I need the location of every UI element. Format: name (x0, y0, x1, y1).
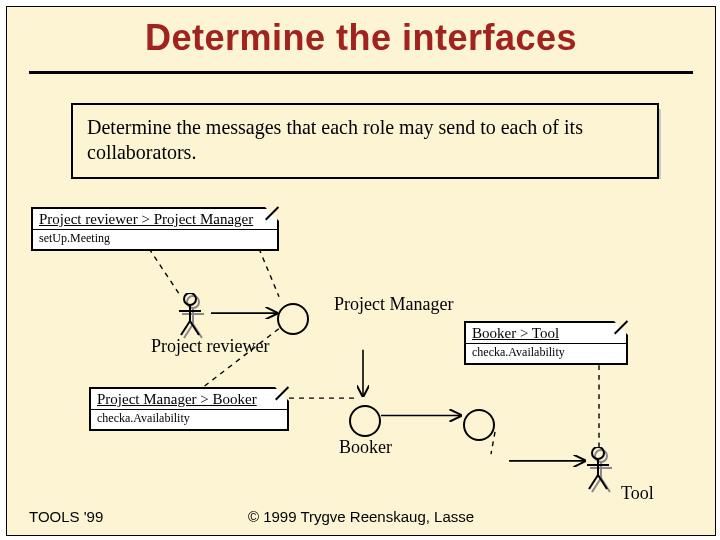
intermediate-node-icon (463, 409, 495, 441)
slide-title: Determine the interfaces (7, 17, 715, 59)
note-manager-to-booker: Project Manager > Booker checka.Availabi… (89, 387, 289, 431)
note-header: Project reviewer > Project Manager (33, 209, 277, 229)
slide-canvas: Determine the interfaces Determine the m… (6, 6, 716, 536)
label-booker: Booker (339, 437, 392, 458)
booker-node-icon (349, 405, 381, 437)
note-booker-to-tool: Booker > Tool checka.Availability (464, 321, 628, 365)
footer-center: © 1999 Trygve Reenskaug, Lasse (29, 508, 693, 525)
svg-line-18 (181, 321, 190, 335)
svg-line-0 (149, 248, 181, 296)
svg-point-25 (592, 447, 604, 459)
svg-line-1 (259, 248, 279, 296)
title-rule (29, 71, 693, 74)
actor-icon (587, 447, 613, 491)
note-reviewer-to-manager: Project reviewer > Project Manager setUp… (31, 207, 279, 251)
svg-point-10 (187, 296, 199, 308)
label-tool: Tool (621, 483, 654, 504)
note-header: Booker > Tool (466, 323, 626, 343)
diagram-area: Project reviewer > Project Manager setUp… (29, 205, 693, 485)
note-body: setUp.Meeting (33, 229, 277, 249)
intro-box: Determine the messages that each role ma… (71, 103, 659, 179)
svg-point-15 (184, 293, 196, 305)
note-header: Project Manager > Booker (91, 389, 287, 409)
label-project-manager: Project Manager (334, 295, 414, 314)
svg-point-20 (595, 450, 607, 462)
svg-line-23 (592, 478, 601, 492)
manager-node-icon (277, 303, 309, 335)
svg-line-28 (589, 475, 598, 489)
svg-line-7 (491, 432, 495, 454)
label-project-reviewer: Project reviewer (151, 337, 231, 356)
note-body: checka.Availability (466, 343, 626, 363)
note-body: checka.Availability (91, 409, 287, 429)
actor-icon (179, 293, 205, 337)
